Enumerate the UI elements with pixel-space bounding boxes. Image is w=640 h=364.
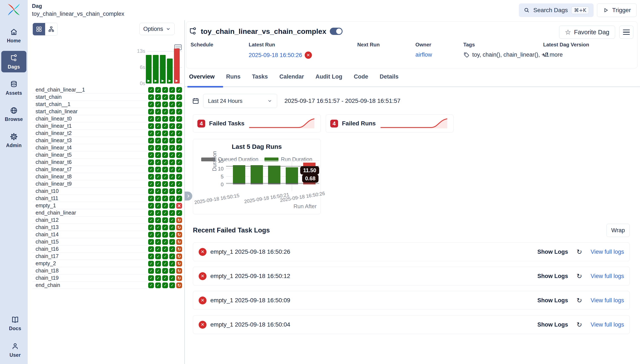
task-instance-success-icon[interactable]: ✓ — [155, 261, 161, 266]
refresh-icon[interactable]: ↻ — [576, 272, 582, 280]
task-instance-success-icon[interactable]: ✓ — [155, 254, 161, 259]
task-name[interactable]: end_chain_linear — [32, 209, 147, 216]
task-instance-success-icon[interactable]: ✓ — [169, 94, 175, 100]
sidebar-item-docs[interactable]: Docs — [2, 312, 28, 334]
tab-details[interactable]: Details — [380, 74, 398, 86]
task-name[interactable]: empty_2 — [32, 260, 147, 267]
task-instance-success-icon[interactable]: ✓ — [155, 246, 161, 252]
task-instance-success-icon[interactable]: ✓ — [169, 116, 175, 122]
task-instance-success-icon[interactable]: ✓ — [162, 94, 168, 100]
task-instance-success-icon[interactable]: ✓ — [162, 160, 168, 165]
failed-tasks-card[interactable]: 4 Failed Tasks — [193, 114, 321, 132]
task-instance-success-icon[interactable]: ✓ — [148, 145, 154, 151]
view-full-logs-link[interactable]: View full logs — [590, 322, 624, 328]
task-instance-success-icon[interactable]: ✓ — [155, 87, 161, 93]
task-instance-success-icon[interactable]: ✓ — [176, 174, 182, 180]
task-name[interactable]: chain_t10 — [32, 188, 147, 195]
task-instance-success-icon[interactable]: ✓ — [169, 246, 175, 252]
task-instance-failed-icon[interactable]: × — [176, 203, 182, 208]
sidebar-item-assets[interactable]: Assets — [1, 77, 26, 98]
task-instance-success-icon[interactable]: ✓ — [176, 181, 182, 187]
task-name[interactable]: chain_linear_t0 — [32, 115, 147, 122]
favorite-dag-button[interactable]: ☆ Favorite Dag — [559, 26, 615, 39]
task-instance-success-icon[interactable]: ✓ — [162, 203, 168, 208]
task-instance-up_for_retry-icon[interactable]: ↻ — [176, 254, 182, 259]
task-instance-success-icon[interactable]: ✓ — [148, 94, 154, 100]
view-full-logs-link[interactable]: View full logs — [590, 297, 624, 304]
task-instance-success-icon[interactable]: ✓ — [148, 116, 154, 122]
task-instance-success-icon[interactable]: ✓ — [148, 160, 154, 165]
task-instance-success-icon[interactable]: ✓ — [148, 268, 154, 274]
task-instance-success-icon[interactable]: ✓ — [148, 203, 154, 208]
task-name[interactable]: chain_linear_t7 — [32, 166, 147, 173]
dag-run-bar-failed[interactable]: ▶ — [174, 48, 180, 84]
trigger-button[interactable]: Trigger — [597, 4, 636, 17]
tab-tasks[interactable]: Tasks — [252, 74, 268, 86]
task-name[interactable]: chain_linear_t1 — [32, 122, 147, 130]
dag-enabled-toggle[interactable] — [330, 28, 342, 35]
task-instance-success-icon[interactable]: ✓ — [162, 138, 168, 144]
task-instance-success-icon[interactable]: ✓ — [148, 87, 154, 93]
task-instance-success-icon[interactable]: ✓ — [148, 109, 154, 114]
task-instance-success-icon[interactable]: ✓ — [162, 109, 168, 114]
tab-code[interactable]: Code — [354, 74, 368, 86]
task-instance-success-icon[interactable]: ✓ — [169, 254, 175, 259]
task-instance-success-icon[interactable]: ✓ — [169, 203, 175, 208]
dag-run-bar-success[interactable]: ▶ — [160, 55, 166, 84]
task-instance-success-icon[interactable]: ✓ — [176, 109, 182, 114]
task-instance-success-icon[interactable]: ✓ — [176, 188, 182, 194]
chart-bar-success[interactable] — [268, 166, 280, 184]
task-instance-success-icon[interactable]: ✓ — [162, 87, 168, 93]
task-instance-up_for_retry-icon[interactable]: ↻ — [176, 275, 182, 281]
view-full-logs-link[interactable]: View full logs — [590, 273, 624, 280]
task-instance-success-icon[interactable]: ✓ — [162, 130, 168, 136]
task-instance-success-icon[interactable]: ✓ — [169, 239, 175, 245]
task-instance-up_for_retry-icon[interactable]: ↻ — [176, 261, 182, 266]
chart-bar-success[interactable] — [286, 167, 298, 184]
latest-run-link[interactable]: 2025-09-18 16:50:26 — [249, 52, 302, 58]
task-name[interactable]: end_chain — [32, 282, 147, 289]
task-instance-success-icon[interactable]: ✓ — [169, 188, 175, 194]
refresh-icon[interactable]: ↻ — [576, 321, 582, 328]
task-instance-success-icon[interactable]: ✓ — [169, 261, 175, 266]
task-instance-success-icon[interactable]: ✓ — [169, 102, 175, 107]
task-instance-success-icon[interactable]: ✓ — [162, 181, 168, 187]
tab-audit-log[interactable]: Audit Log — [316, 74, 342, 86]
task-instance-success-icon[interactable]: ✓ — [148, 167, 154, 172]
task-name[interactable]: empty_1 — [32, 202, 147, 209]
task-instance-success-icon[interactable]: ✓ — [162, 188, 168, 194]
sidebar-item-home[interactable]: Home — [1, 25, 26, 46]
task-instance-success-icon[interactable]: ✓ — [176, 87, 182, 93]
task-instance-success-icon[interactable]: ✓ — [148, 239, 154, 245]
task-name[interactable]: chain_t19 — [32, 274, 147, 282]
task-instance-success-icon[interactable]: ✓ — [155, 130, 161, 136]
task-instance-success-icon[interactable]: ✓ — [169, 130, 175, 136]
task-instance-success-icon[interactable]: ✓ — [162, 246, 168, 252]
task-instance-success-icon[interactable]: ✓ — [169, 268, 175, 274]
task-instance-success-icon[interactable]: ✓ — [176, 130, 182, 136]
task-instance-success-icon[interactable]: ✓ — [169, 123, 175, 129]
task-instance-success-icon[interactable]: ✓ — [155, 203, 161, 208]
task-instance-success-icon[interactable]: ✓ — [155, 232, 161, 238]
task-name[interactable]: chain_t12 — [32, 216, 147, 224]
task-instance-success-icon[interactable]: ✓ — [148, 254, 154, 259]
task-instance-success-icon[interactable]: ✓ — [162, 261, 168, 266]
task-instance-success-icon[interactable]: ✓ — [155, 224, 161, 230]
task-instance-success-icon[interactable]: ✓ — [155, 210, 161, 216]
task-instance-success-icon[interactable]: ✓ — [155, 239, 161, 245]
task-instance-success-icon[interactable]: ✓ — [176, 123, 182, 129]
task-instance-up_for_retry-icon[interactable]: ↻ — [176, 268, 182, 274]
task-instance-success-icon[interactable]: ✓ — [148, 174, 154, 180]
tab-runs[interactable]: Runs — [226, 74, 240, 86]
sidebar-item-admin[interactable]: Admin — [1, 130, 26, 151]
task-instance-success-icon[interactable]: ✓ — [169, 87, 175, 93]
task-instance-success-icon[interactable]: ✓ — [162, 239, 168, 245]
task-name[interactable]: chain_t16 — [32, 246, 147, 253]
task-instance-success-icon[interactable]: ✓ — [176, 152, 182, 158]
dag-run-bar-success[interactable]: ▶ — [146, 55, 152, 84]
chart-bar-success[interactable] — [250, 165, 263, 184]
refresh-icon[interactable]: ↻ — [576, 296, 582, 304]
task-instance-success-icon[interactable]: ✓ — [162, 217, 168, 223]
task-instance-up_for_retry-icon[interactable]: ↻ — [176, 217, 182, 223]
task-instance-success-icon[interactable]: ✓ — [162, 167, 168, 172]
